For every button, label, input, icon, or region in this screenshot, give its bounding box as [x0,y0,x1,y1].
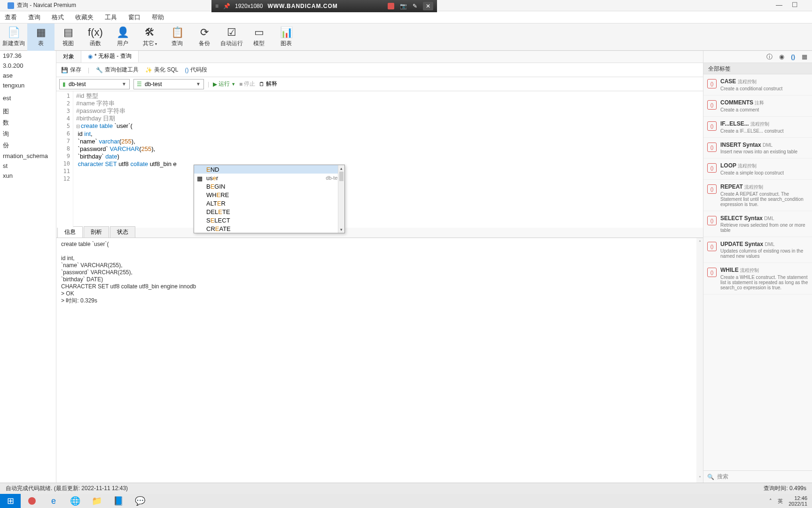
snippet-item[interactable]: ()INSERT Syntax DMLInsert new rows into … [703,138,812,159]
menu-查看[interactable]: 查看 [5,13,17,22]
menu-收藏夹[interactable]: 收藏夹 [75,13,94,22]
tab-query[interactable]: ◉ * 无标题 - 查询 [81,51,139,63]
window-title: 查询 - Navicat Premium [17,1,76,9]
beautify-button[interactable]: ✨ 美化 SQL [145,66,178,74]
autocomplete-item[interactable]: WHERE [194,190,344,199]
resolution: 1920x1080 [235,3,263,9]
snippet-list[interactable]: ()CASE 流程控制Create a conditional construc… [703,74,812,470]
menu-查询[interactable]: 查询 [28,13,40,22]
eye-icon[interactable]: ◉ [779,53,784,60]
autocomplete-item[interactable]: END [194,165,344,174]
toolbar-表[interactable]: ▦表 [27,24,55,51]
output-scrollbar[interactable]: ˄ ˅ [696,238,703,483]
menu-格式[interactable]: 格式 [52,13,64,22]
pencil-icon[interactable]: ✎ [413,3,417,9]
tree-item[interactable]: 3.0.200 [0,61,56,71]
sql-editor[interactable]: 123456789101112 #id 整型#name 字符串#password… [56,91,703,228]
snippet-item[interactable]: ()CASE 流程控制Create a conditional construc… [703,74,812,95]
autocomplete-item[interactable]: ▦userdb-test [194,174,344,182]
toolbar-新建查询[interactable]: 📄新建查询 [0,24,27,51]
snippet-item[interactable]: ()REPEAT 流程控制Create A REPEAT construct. … [703,180,812,211]
toolbar-模型[interactable]: ▭模型 [245,24,273,51]
clock[interactable]: 12:46 2022/11 [789,495,807,507]
code-icon: () [707,216,717,225]
run-button[interactable]: ▶ 运行 ▼ [213,80,235,88]
snippet-item[interactable]: ()WHILE 流程控制Create a WHILE construct. Th… [703,263,812,294]
snippet-item[interactable]: ()COMMENTS 注释Create a comment [703,95,812,117]
save-button[interactable]: 💾 保存 [61,66,81,74]
info-icon[interactable]: ⓘ [766,53,773,61]
schema-combo[interactable]: ☰ db-test▼ [133,79,204,89]
menu-icon[interactable]: ≡ [215,3,219,9]
snippet-item[interactable]: ()SELECT Syntax DMLRetrieve rows selecte… [703,211,812,237]
menu-帮助[interactable]: 帮助 [152,13,164,22]
tree-item[interactable]: st [0,161,56,171]
snippet-item[interactable]: ()IF...ELSE... 流程控制Create a IF...ELSE...… [703,117,812,138]
snippet-search[interactable]: 🔍 搜索 [703,470,812,483]
record-icon[interactable] [22,494,42,508]
tree-item[interactable]: 数 [0,117,56,128]
autocomplete-popup[interactable]: END▦userdb-testBEGINWHEREALTERDELETESELE… [194,165,345,233]
result-tab-信息[interactable]: 信息 [57,226,83,238]
tree-item[interactable]: 197.36 [0,51,56,61]
ime-indicator[interactable]: 英 [778,498,783,505]
browser-icon[interactable]: 🌐 [65,494,86,508]
explain-button[interactable]: 🗒 解释 [259,80,277,88]
notepad-icon[interactable]: 📘 [108,494,129,508]
tree-item[interactable]: ase [0,71,56,80]
explorer-icon[interactable]: 📁 [86,494,107,508]
maximize-button[interactable]: ☐ [792,1,798,8]
pin-icon[interactable]: 📌 [223,3,230,9]
toolbar-其它[interactable]: 🛠其它▾ [136,24,164,51]
close-icon[interactable]: ✕ [423,2,433,10]
tree-item[interactable]: rmation_schema [0,151,56,161]
tree-item[interactable]: 询 [0,128,56,140]
autocomplete-item[interactable]: CREATE [194,224,344,233]
toolbar-自动运行[interactable]: ☑自动运行 [218,24,245,51]
main-area: 197.363.0.200asetengxunest图数询份rmation_sc… [0,51,812,483]
tree-item[interactable]: tengxun [0,80,56,90]
output-panel[interactable]: create table `user`( id int, `name` VARC… [56,238,703,483]
autocomplete-item[interactable]: DELETE [194,207,344,216]
autocomplete-item[interactable]: BEGIN [194,182,344,190]
result-tabs: 信息剖析状态 [56,228,703,238]
start-button[interactable]: ⊞ [0,494,21,508]
menu-窗口[interactable]: 窗口 [128,13,141,22]
edge-icon[interactable]: e [43,494,64,508]
code-area[interactable]: #id 整型#name 字符串#password 字符串#birthday 日期… [73,91,703,228]
autocomplete-item[interactable]: SELECT [194,216,344,224]
wechat-icon[interactable]: 💬 [130,494,150,508]
braces-icon[interactable]: () [791,53,795,60]
tree-item[interactable]: est [0,93,56,103]
tree-item[interactable]: 图 [0,106,56,117]
autocomplete-item[interactable]: ALTER [194,199,344,207]
snippet-button[interactable]: () 代码段 [185,66,207,74]
minimize-button[interactable]: — [776,1,782,8]
snippet-item[interactable]: ()LOOP 流程控制Create a simple loop construc… [703,159,812,180]
tray-chevron-icon[interactable]: ˄ [769,498,772,504]
toolbar-图表[interactable]: 📊图表 [273,24,300,51]
menu-工具[interactable]: 工具 [105,13,117,22]
toolbar-查询[interactable]: 📋查询 [164,24,191,51]
tab-objects[interactable]: 对象 [56,51,81,63]
connection-combo[interactable]: ▮ db-test▼ [59,79,130,89]
record-icon[interactable] [388,3,394,9]
autocomplete-scrollbar[interactable]: ▴▾ [338,165,344,233]
toolbar-备份[interactable]: ⟳备份 [191,24,218,51]
tree-item[interactable]: xun [0,171,56,181]
grid-icon[interactable]: ▦ [802,53,807,60]
connection-tree[interactable]: 197.363.0.200asetengxunest图数询份rmation_sc… [0,51,56,483]
query-builder-button[interactable]: 🔧 查询创建工具 [96,66,139,74]
status-right: 查询时间: 0.499s [764,484,806,492]
tree-item[interactable]: 份 [0,140,56,151]
result-tab-状态[interactable]: 状态 [110,226,135,238]
result-tab-剖析[interactable]: 剖析 [84,226,109,238]
camera-icon[interactable]: 📷 [400,3,407,9]
output-text: create table `user`( id int, `name` VARC… [61,241,698,304]
toolbar-视图[interactable]: ▤视图 [55,24,82,51]
toolbar-函数[interactable]: f(x)函数 [82,24,109,51]
code-icon: () [707,143,717,152]
toolbar-用户[interactable]: 👤用户 [109,24,136,51]
snippet-item[interactable]: ()UPDATE Syntax DMLUpdates columns of ex… [703,237,812,263]
bandicam-overlay: ≡ 📌 1920x1080 WWW.BANDICAM.COM 📷 ✎ ✕ [211,0,437,12]
